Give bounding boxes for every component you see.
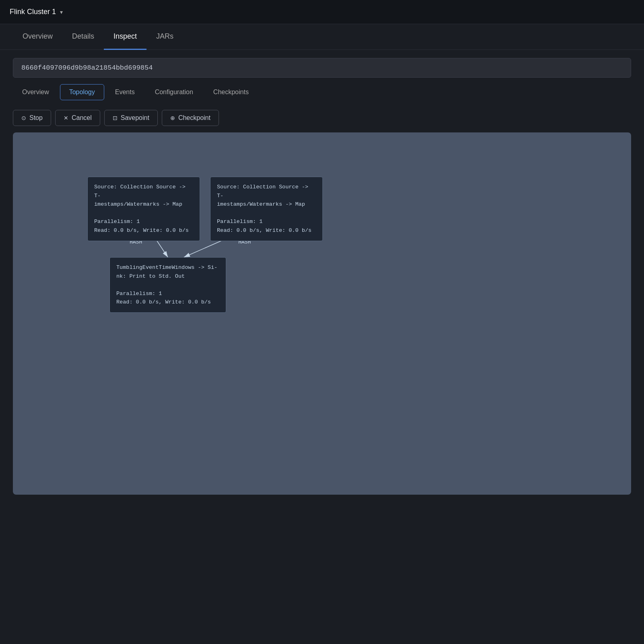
node2-title: Source: Collection Source -> T-imestamps… <box>217 183 316 209</box>
node2-parallelism: Parallelism: 1 <box>217 217 316 226</box>
cancel-button[interactable]: ✕ Cancel <box>55 110 100 126</box>
topology-node-3[interactable]: TumblingEventTimeWindows -> Si-nk: Print… <box>109 257 226 313</box>
node3-title: TumblingEventTimeWindows -> Si-nk: Print… <box>116 263 219 281</box>
checkpoint-button[interactable]: ⊕ Checkpoint <box>162 110 219 126</box>
sub-tabs: Overview Topology Events Configuration C… <box>0 84 644 100</box>
topology-node-2[interactable]: Source: Collection Source -> T-imestamps… <box>210 177 323 241</box>
topology-node-1[interactable]: Source: Collection Source -> T-imestamps… <box>87 177 200 241</box>
sub-tab-topology[interactable]: Topology <box>60 84 104 100</box>
job-id-bar: 8660f4097096d9b98a21854bbd699854 <box>13 58 631 78</box>
node3-parallelism: Parallelism: 1 <box>116 289 219 298</box>
job-id-text: 8660f4097096d9b98a21854bbd699854 <box>21 64 153 72</box>
checkpoint-icon: ⊕ <box>170 115 175 121</box>
stop-icon: ⊙ <box>21 115 26 121</box>
action-buttons: ⊙ Stop ✕ Cancel ⊡ Savepoint ⊕ Checkpoint <box>0 107 644 132</box>
cancel-label: Cancel <box>72 114 92 122</box>
cluster-name-label: Flink Cluster 1 <box>10 8 56 16</box>
checkpoint-label: Checkpoint <box>178 114 211 122</box>
tab-overview[interactable]: Overview <box>13 24 62 50</box>
stop-label: Stop <box>29 114 43 122</box>
sub-tab-overview[interactable]: Overview <box>13 84 58 100</box>
node1-title: Source: Collection Source -> T-imestamps… <box>94 183 193 209</box>
node3-readwrite: Read: 0.0 b/s, Write: 0.0 b/s <box>116 298 219 307</box>
sub-tab-events[interactable]: Events <box>106 84 144 100</box>
chevron-down-icon: ▾ <box>60 9 63 15</box>
main-tabs: Overview Details Inspect JARs <box>0 24 644 50</box>
node1-readwrite: Read: 0.0 b/s, Write: 0.0 b/s <box>94 226 193 235</box>
cancel-icon: ✕ <box>64 115 68 121</box>
node2-readwrite: Read: 0.0 b/s, Write: 0.0 b/s <box>217 226 316 235</box>
savepoint-icon: ⊡ <box>113 115 118 121</box>
sub-tab-configuration[interactable]: Configuration <box>146 84 202 100</box>
header: Flink Cluster 1 ▾ <box>0 0 644 24</box>
node1-parallelism: Parallelism: 1 <box>94 217 193 226</box>
sub-tab-checkpoints[interactable]: Checkpoints <box>204 84 258 100</box>
cluster-selector[interactable]: Flink Cluster 1 ▾ <box>10 8 63 16</box>
savepoint-button[interactable]: ⊡ Savepoint <box>104 110 158 126</box>
tab-inspect[interactable]: Inspect <box>104 24 147 50</box>
savepoint-label: Savepoint <box>121 114 149 122</box>
tab-jars[interactable]: JARs <box>147 24 183 50</box>
tab-details[interactable]: Details <box>62 24 104 50</box>
topology-canvas: HASH HASH Source: Collection Source -> T… <box>13 132 631 495</box>
stop-button[interactable]: ⊙ Stop <box>13 110 51 126</box>
